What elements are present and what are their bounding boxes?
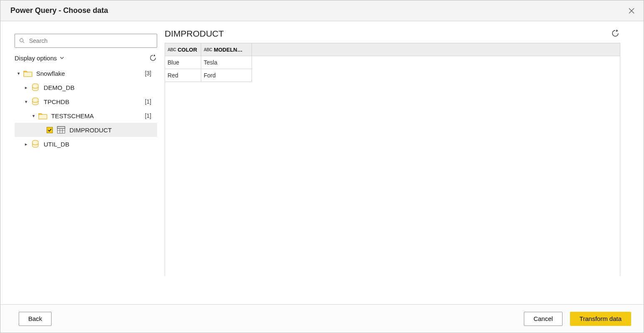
column-header-empty [252,43,620,56]
text-type-icon: ABC [204,47,212,52]
folder-icon [38,111,48,121]
caret-down-icon: ▾ [16,71,21,76]
tree-node-demo-db[interactable]: ▸ DEMO_DB [15,80,157,94]
navigator-tree: ▾ Snowflake [3] ▸ DEMO_DB [15,66,157,151]
titlebar: Power Query - Choose data [0,0,644,21]
column-header-label: MODELN… [214,47,242,53]
tree-label: Snowflake [36,70,65,77]
table-icon [56,125,66,135]
folder-icon [23,68,33,78]
display-options-toggle[interactable]: Display options [15,55,64,62]
database-icon [30,97,40,107]
cell: Tesla [201,56,252,69]
search-input[interactable] [28,37,153,45]
tree-node-util-db[interactable]: ▸ UTIL_DB [15,137,157,151]
content-area: Display options ▾ Snowflake [3] [0,21,644,304]
cell: Ford [201,69,252,82]
database-icon [30,82,40,92]
tree-label: DEMO_DB [44,84,74,91]
tree-node-testschema[interactable]: ▾ TESTSCHEMA [1] [15,109,157,123]
refresh-navigator-button[interactable] [149,54,157,62]
table-row[interactable]: Blue Tesla [165,56,620,69]
svg-point-0 [20,39,23,42]
caret-down-icon: ▾ [31,113,36,119]
cancel-button[interactable]: Cancel [524,312,563,326]
database-icon [30,139,40,149]
refresh-preview-button[interactable] [611,29,620,38]
caret-right-icon: ▸ [24,85,29,90]
tree-node-snowflake[interactable]: ▾ Snowflake [3] [15,66,157,80]
table-row[interactable]: Red Ford [165,69,620,82]
checkbox-checked[interactable] [45,126,54,134]
search-input-container[interactable] [15,34,157,48]
column-header-color[interactable]: ABC COLOR [165,43,201,56]
navigator-sidebar: Display options ▾ Snowflake [3] [0,21,165,304]
tree-label: TPCHDB [44,98,69,105]
power-query-dialog: Power Query - Choose data Display option… [0,0,644,333]
tree-count: [3] [145,70,154,77]
back-button[interactable]: Back [19,312,52,326]
column-header-modelname[interactable]: ABC MODELN… [201,43,252,56]
grid-header-row: ABC COLOR ABC MODELN… [165,43,620,56]
cell: Blue [165,56,201,69]
close-icon [628,7,635,14]
dialog-title: Power Query - Choose data [10,6,108,15]
svg-line-1 [23,42,25,43]
tree-label: TESTSCHEMA [51,112,94,119]
tree-count: [1] [145,112,154,119]
chevron-down-icon [59,55,64,60]
preview-panel: DIMPRODUCT ABC COLOR ABC MODELN… [165,21,644,304]
transform-data-button[interactable]: Transform data [570,312,631,326]
tree-node-tpchdb[interactable]: ▾ TPCHDB [1] [15,94,157,109]
close-button[interactable] [626,5,637,16]
refresh-icon [149,54,157,62]
dialog-footer: Back Cancel Transform data [0,304,644,333]
data-grid[interactable]: ABC COLOR ABC MODELN… Blue Tesla Red For… [165,43,620,276]
preview-title: DIMPRODUCT [165,29,224,39]
caret-right-icon: ▸ [24,142,29,147]
column-header-label: COLOR [178,47,197,53]
cell: Red [165,69,201,82]
svg-rect-9 [57,127,65,129]
tree-node-dimproduct[interactable]: DIMPRODUCT [15,123,157,137]
tree-count: [1] [145,98,154,105]
check-icon [47,128,52,132]
tree-label: UTIL_DB [44,141,69,148]
caret-down-icon: ▾ [24,99,29,104]
display-options-label: Display options [15,55,57,62]
refresh-icon [611,29,619,37]
tree-label: DIMPRODUCT [69,127,112,134]
search-icon [19,38,25,44]
text-type-icon: ABC [168,47,176,52]
